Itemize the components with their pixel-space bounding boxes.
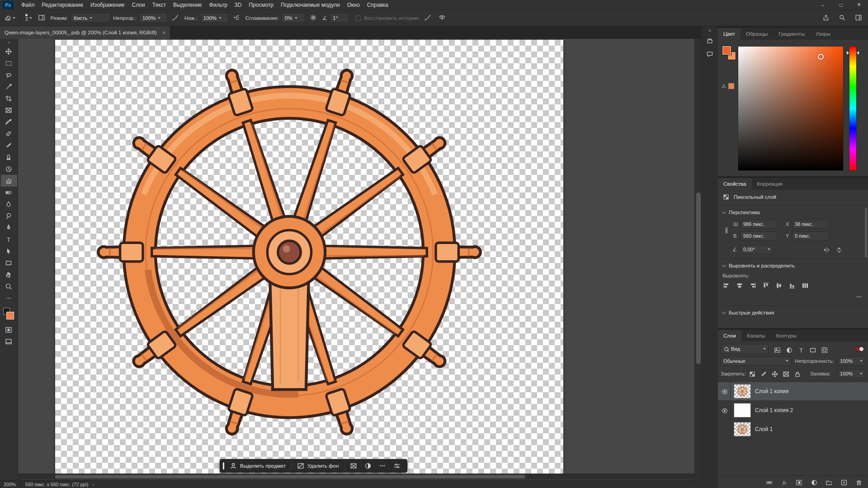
lock-pixels-button[interactable] xyxy=(758,369,768,378)
blend-mode-select[interactable]: Обычные xyxy=(721,357,791,366)
libraries-panel-button[interactable] xyxy=(703,35,716,47)
filter-pixel-layers-button[interactable] xyxy=(772,345,782,354)
tab-close-button[interactable]: × xyxy=(162,30,166,36)
flip-horizontal-button[interactable] xyxy=(821,245,831,254)
comments-panel-button[interactable] xyxy=(703,48,716,60)
delete-layer-button[interactable] xyxy=(854,478,863,487)
smoothing-options-button[interactable] xyxy=(308,12,320,24)
tool-zoom[interactable] xyxy=(1,281,17,292)
tool-dodge[interactable] xyxy=(1,210,17,222)
tool-crop[interactable] xyxy=(1,93,17,104)
tool-move[interactable] xyxy=(1,46,17,57)
lock-all-button[interactable] xyxy=(792,369,802,378)
align-more-button[interactable]: ••• xyxy=(857,295,862,299)
tool-eyedropper[interactable] xyxy=(1,116,17,128)
new-group-button[interactable] xyxy=(824,478,834,487)
menu-view[interactable]: Просмотр xyxy=(245,0,277,10)
select-subject-button[interactable]: Выделить предмет xyxy=(228,462,288,469)
menu-image[interactable]: Изображение xyxy=(87,0,128,10)
layer-2-visibility-toggle[interactable] xyxy=(718,401,731,420)
filter-smart-objects-button[interactable] xyxy=(819,345,829,354)
menu-window[interactable]: Окно xyxy=(344,0,363,10)
link-layers-button[interactable] xyxy=(764,478,774,487)
tab-layers[interactable]: Слои xyxy=(718,330,741,342)
flow-select[interactable]: 100% xyxy=(200,13,228,23)
canvas-area[interactable]: Выделить предмет Удалить фон ••• xyxy=(18,39,694,480)
tool-rectangular-marquee[interactable] xyxy=(1,57,17,69)
maximize-button[interactable]: □ xyxy=(832,0,850,10)
layer-row-1[interactable]: Слой 1 копия xyxy=(718,382,868,401)
quick-actions-header[interactable]: Быстрые действия xyxy=(718,308,868,317)
align-center-h-button[interactable] xyxy=(735,281,745,290)
align-left-button[interactable] xyxy=(722,281,731,290)
adjustments-button[interactable] xyxy=(363,461,373,471)
y-input[interactable]: 0 пикс. xyxy=(792,231,829,240)
tool-hand[interactable] xyxy=(1,269,17,281)
document-canvas[interactable] xyxy=(55,40,563,476)
transform-section-header[interactable]: Перспектива xyxy=(718,208,868,217)
erase-history-checkbox[interactable] xyxy=(356,15,361,21)
align-top-button[interactable] xyxy=(761,281,771,290)
layer-name[interactable]: Слой 1 копия 2 xyxy=(755,407,793,413)
toolbar-collapse-button[interactable]: » xyxy=(8,39,10,46)
filter-type-layers-button[interactable] xyxy=(796,345,806,354)
menu-file[interactable]: Файл xyxy=(18,0,38,10)
smoothing-select[interactable]: 0% xyxy=(282,13,305,23)
quick-mask-button[interactable] xyxy=(1,324,17,336)
new-layer-button[interactable] xyxy=(839,478,849,487)
tab-paths[interactable]: Контуры xyxy=(771,330,802,342)
menu-help[interactable]: Справка xyxy=(363,0,392,10)
properties-scroll-thumb[interactable] xyxy=(865,208,867,258)
add-layer-mask-button[interactable] xyxy=(794,478,804,487)
tool-magic-wand[interactable] xyxy=(1,81,17,93)
foreground-swatch[interactable] xyxy=(722,46,731,55)
foreground-color-swatch[interactable] xyxy=(6,312,14,319)
foreground-background-swatches[interactable] xyxy=(722,46,739,62)
layer-filter-select[interactable]: Вид xyxy=(721,344,769,354)
gamut-color-swatch[interactable] xyxy=(728,83,734,89)
tab-gradients[interactable]: Градиенты xyxy=(773,28,810,40)
vertical-scrollbar[interactable] xyxy=(694,39,702,480)
search-button[interactable] xyxy=(836,12,848,24)
tool-spot-healing[interactable] xyxy=(1,128,17,140)
tool-pen[interactable] xyxy=(1,222,17,234)
new-adjustment-layer-button[interactable] xyxy=(809,478,819,487)
vertical-scroll-thumb[interactable] xyxy=(696,192,701,364)
align-middle-button[interactable] xyxy=(774,281,784,290)
tool-brush[interactable] xyxy=(1,140,17,151)
tool-preset-button[interactable] xyxy=(4,12,15,24)
tab-swatches[interactable]: Образцы xyxy=(741,28,773,40)
layer-row-3[interactable]: Слой 1 xyxy=(718,420,868,439)
brush-angle-input[interactable]: 1° xyxy=(330,13,349,23)
menu-plugins[interactable]: Подключаемые модули xyxy=(277,0,344,10)
status-options-chevron[interactable]: › xyxy=(93,482,94,487)
layer-opacity-input[interactable]: 100% xyxy=(837,357,865,366)
close-button[interactable]: ✕ xyxy=(850,0,868,10)
workspace-switcher-button[interactable] xyxy=(853,12,864,24)
remove-background-button[interactable]: Удалить фон xyxy=(295,462,340,469)
layer-name[interactable]: Слой 1 копия xyxy=(755,388,788,394)
horizontal-scrollbar[interactable] xyxy=(18,474,694,479)
color-picker-ring[interactable] xyxy=(818,54,824,60)
size-pressure-button[interactable] xyxy=(422,12,434,24)
layer-name[interactable]: Слой 1 xyxy=(755,426,773,432)
align-bottom-button[interactable] xyxy=(787,281,797,290)
tab-adjustments[interactable]: Коррекция xyxy=(752,178,788,190)
layer-filter-toggle[interactable] xyxy=(854,346,864,352)
gamut-warning-icon[interactable]: ⚠ xyxy=(722,83,726,89)
tool-gradient[interactable] xyxy=(1,187,17,198)
taskbar-grip[interactable] xyxy=(223,462,224,469)
rotation-input[interactable]: 0,00° xyxy=(741,245,773,254)
layer-3-visibility-toggle[interactable] xyxy=(718,420,731,439)
layer-1-visibility-toggle[interactable] xyxy=(718,382,731,401)
height-input[interactable]: 560 пикс. xyxy=(741,231,778,240)
minimize-button[interactable]: – xyxy=(814,0,832,10)
tool-path-selection[interactable] xyxy=(1,245,17,257)
document-tab[interactable]: Qwen-image-layers_00005_.psb @ 200% (Сло… xyxy=(0,26,170,39)
layer-2-thumbnail[interactable] xyxy=(734,403,751,418)
lock-transparency-button[interactable] xyxy=(747,369,757,378)
tab-patterns[interactable]: Узоры xyxy=(810,28,836,40)
share-image-button[interactable] xyxy=(820,12,832,24)
align-right-button[interactable] xyxy=(748,281,758,290)
menu-edit[interactable]: Редактирование xyxy=(38,0,87,10)
